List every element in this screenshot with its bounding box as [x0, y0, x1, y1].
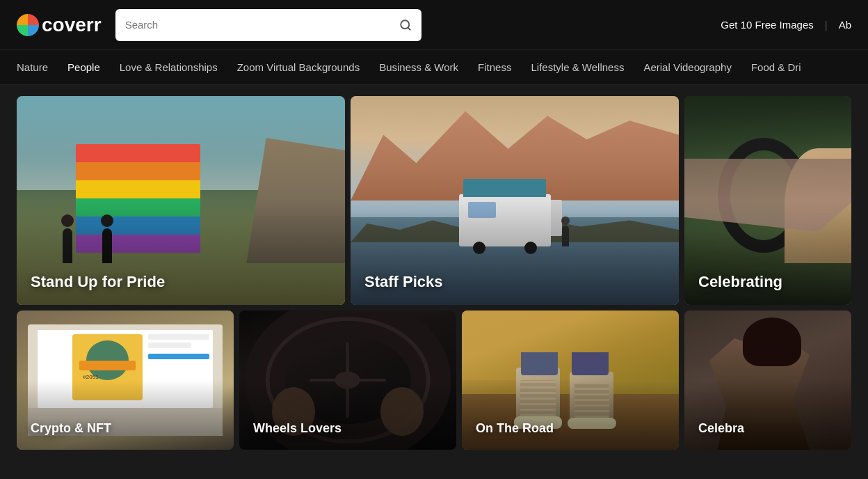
- main-content: Stand Up for Pride: [0, 85, 868, 461]
- nav-item-fitness[interactable]: Fitness: [478, 58, 511, 76]
- header: coverr Get 10 Free Images | Ab: [0, 0, 868, 50]
- card-label-pride: Stand Up for Pride: [31, 273, 165, 291]
- nav-item-food[interactable]: Food & Dri: [751, 58, 801, 76]
- nav-item-aerial[interactable]: Aerial Videography: [643, 58, 731, 76]
- card-label-celebrating: Celebrating: [698, 273, 782, 291]
- card-label-celebra: Celebra: [698, 421, 744, 436]
- card-label-staffpicks: Staff Picks: [364, 273, 443, 291]
- get-free-images-link[interactable]: Get 10 Free Images: [721, 19, 813, 31]
- nav-item-people[interactable]: People: [67, 58, 100, 76]
- logo[interactable]: coverr: [17, 14, 102, 36]
- card-label-crypto: Crypto & NFT: [31, 421, 111, 436]
- card-gradient: [684, 380, 851, 450]
- logo-text: coverr: [42, 14, 102, 36]
- svg-line-1: [408, 27, 410, 29]
- top-card-row: Stand Up for Pride: [17, 96, 851, 305]
- nav-item-love-relationships[interactable]: Love & Relationships: [120, 58, 218, 76]
- nav-item-nature[interactable]: Nature: [17, 58, 48, 76]
- card-stand-up-pride[interactable]: Stand Up for Pride: [17, 96, 345, 305]
- card-staff-picks[interactable]: Staff Picks: [351, 96, 679, 305]
- card-gradient: [239, 380, 456, 450]
- bottom-card-row: #2051 Crypto & NFT: [17, 311, 851, 450]
- card-wheels-lovers[interactable]: Wheels Lovers: [239, 311, 456, 450]
- card-on-the-road[interactable]: On The Road: [462, 311, 679, 450]
- search-input[interactable]: [125, 19, 394, 31]
- card-gradient: [17, 380, 234, 450]
- nav-item-lifestyle[interactable]: Lifestyle & Wellness: [531, 58, 624, 76]
- nav-item-zoom[interactable]: Zoom Virtual Backgrounds: [237, 58, 360, 76]
- card-gradient: [462, 380, 679, 450]
- navigation: Nature People Love & Relationships Zoom …: [0, 50, 868, 85]
- card-label-wheels: Wheels Lovers: [253, 421, 341, 436]
- logo-icon: [17, 14, 39, 36]
- nav-item-business[interactable]: Business & Work: [379, 58, 458, 76]
- card-crypto-nft[interactable]: #2051 Crypto & NFT: [17, 311, 234, 450]
- search-bar: [115, 9, 421, 41]
- card-celebra[interactable]: Celebra: [684, 311, 851, 450]
- about-link[interactable]: Ab: [839, 19, 851, 31]
- header-divider: |: [825, 19, 828, 31]
- header-right: Get 10 Free Images | Ab: [721, 19, 851, 31]
- card-celebrating[interactable]: Celebrating: [684, 96, 851, 305]
- card-label-road: On The Road: [476, 421, 554, 436]
- search-icon[interactable]: [399, 19, 412, 31]
